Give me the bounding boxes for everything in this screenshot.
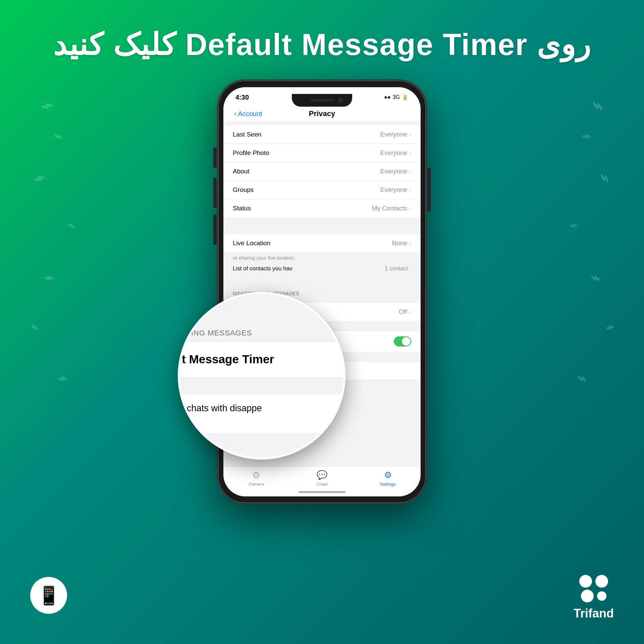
phone-logo: 📱: [30, 577, 67, 614]
chevron-right-icon: ›: [409, 186, 411, 194]
contacts-row-text: List of contacts you hav 1 contact ›: [223, 262, 421, 275]
tab-settings-label: Settings: [380, 482, 396, 487]
brand-name: Trifand: [574, 606, 614, 621]
power-button: [427, 168, 431, 211]
toggle-switch[interactable]: [394, 336, 411, 346]
front-camera: [338, 98, 343, 103]
chevron-right-icon: ›: [409, 205, 411, 212]
profile-photo-label: Profile Photo: [233, 149, 269, 157]
chevron-right-icon: ›: [409, 131, 411, 138]
status-icons: ●● 3G 🔋: [384, 94, 409, 101]
mag-start-row: Start new chats with disappeyour timer.: [178, 394, 345, 433]
magnify-content: DISAPPEARING MESSAGES Default Message Ti…: [178, 292, 345, 460]
chevron-right-icon: ›: [409, 309, 411, 316]
volume-up-button: [213, 178, 217, 208]
settings-icon: ⚙: [384, 470, 392, 480]
last-seen-label: Last Seen: [233, 131, 262, 138]
speaker: [310, 99, 334, 101]
live-location-footer: re sharing your live location.: [223, 252, 421, 262]
trifand-dot-3: [581, 590, 594, 602]
live-location-row[interactable]: Live Location None ›: [223, 234, 421, 252]
back-label[interactable]: Account: [238, 110, 262, 118]
home-indicator: [299, 491, 345, 493]
about-label: About: [233, 168, 250, 175]
about-row[interactable]: About Everyone ›: [223, 162, 421, 181]
chevron-right-icon: ›: [409, 240, 411, 247]
tab-camera-label: Camera: [249, 482, 264, 487]
trifand-dot-2: [595, 575, 608, 588]
page-title: روی Default Message Timer کلیک کنید: [0, 27, 644, 62]
camera-icon: ⊙: [253, 470, 260, 480]
chevron-right-icon: ›: [409, 168, 411, 175]
status-time: 4:30: [235, 94, 249, 101]
last-seen-row[interactable]: Last Seen Everyone ›: [223, 125, 421, 144]
mag-section-header: DISAPPEARING MESSAGES: [178, 319, 345, 341]
mag-start-text: Start new chats with disappeyour timer.: [178, 403, 262, 424]
volume-down-button: [213, 215, 217, 245]
chevron-left-icon: ‹: [234, 109, 236, 118]
phone-icon: 📱: [38, 585, 60, 606]
magnify-circle: DISAPPEARING MESSAGES Default Message Ti…: [178, 292, 345, 460]
tab-chats[interactable]: 💬 Chats: [309, 470, 335, 487]
notch: [292, 94, 352, 107]
live-location-value: None ›: [392, 239, 411, 247]
tab-settings[interactable]: ⚙ Settings: [374, 470, 401, 487]
mag-timer-label: Default Message Timer: [178, 352, 274, 366]
privacy-settings-section: Last Seen Everyone › Profile Photo Every…: [223, 125, 421, 217]
signal-icon: ●●: [384, 94, 390, 100]
groups-value: Everyone ›: [380, 186, 411, 194]
section-gap-2: [223, 275, 421, 287]
section-gap-1: [223, 217, 421, 229]
chats-icon: 💬: [317, 470, 327, 480]
status-row[interactable]: Status My Contacts ›: [223, 199, 421, 217]
last-seen-value: Everyone ›: [380, 131, 411, 138]
default-message-timer-value: Off ›: [399, 308, 411, 316]
status-value: My Contacts ›: [372, 205, 411, 212]
phone-mockup: 4:30 ●● 3G 🔋 ‹ Account Privacy Last Seen: [218, 80, 426, 503]
chevron-right-icon: ›: [409, 150, 411, 157]
trifand-brand: Trifand: [574, 575, 614, 621]
battery-icon: 🔋: [402, 94, 409, 101]
groups-label: Groups: [233, 186, 254, 194]
mag-footer: us set to: [178, 378, 345, 394]
tab-camera[interactable]: ⊙ Camera: [243, 470, 270, 487]
trifand-dot-4: [597, 591, 606, 601]
trifand-dot-1: [579, 575, 592, 588]
screen-title: Privacy: [309, 109, 335, 118]
about-value: Everyone ›: [380, 168, 411, 175]
volume-silent-button: [213, 148, 217, 168]
status-label: Status: [233, 205, 251, 212]
network-type: 3G: [393, 94, 400, 100]
mag-timer-row[interactable]: Default Message Timer Off ›: [178, 341, 345, 378]
tab-chats-label: Chats: [316, 482, 328, 487]
back-button[interactable]: ‹ Account: [234, 109, 262, 118]
profile-photo-value: Everyone ›: [380, 149, 411, 157]
live-location-section: Live Location None ›: [223, 234, 421, 252]
groups-row[interactable]: Groups Everyone ›: [223, 181, 421, 199]
nav-bar: ‹ Account Privacy: [223, 105, 421, 122]
toggle-thumb: [402, 337, 411, 346]
live-location-label: Live Location: [233, 239, 270, 247]
profile-photo-row[interactable]: Profile Photo Everyone ›: [223, 144, 421, 162]
